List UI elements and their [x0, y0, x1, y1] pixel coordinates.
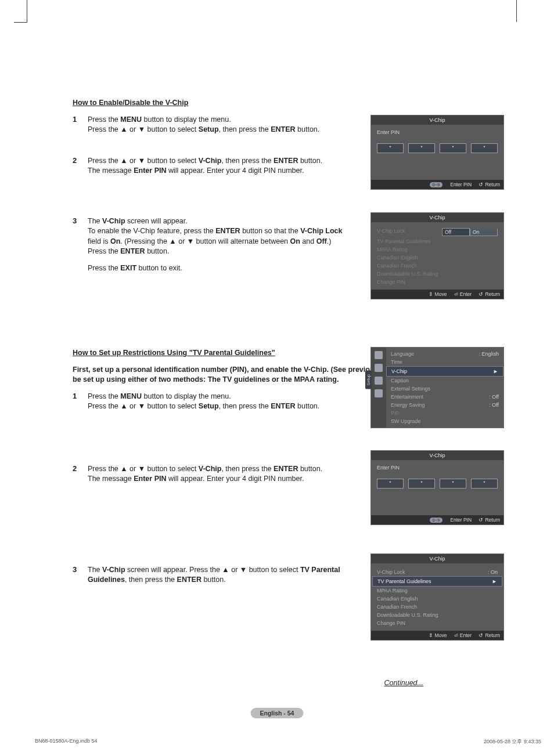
pin-box[interactable]: * — [408, 143, 435, 153]
footer-filename: BN68-01580A-Eng.indb 54 — [35, 738, 98, 744]
menu-row[interactable]: V-Chip LockOffOn — [377, 227, 498, 237]
menu-row[interactable]: Language: English — [391, 350, 499, 358]
pin-box[interactable]: * — [377, 143, 404, 153]
step-number: 1 — [73, 392, 88, 412]
step-body: The V-Chip screen will appear. Press the… — [88, 565, 357, 585]
page-badge: English - 54 — [251, 708, 304, 718]
step-number: 2 — [73, 156, 88, 176]
menu-row[interactable]: Canadian French — [377, 262, 498, 270]
enter-pin-label: Enter PIN — [377, 465, 498, 471]
menu-row[interactable]: Change PIN — [377, 278, 498, 286]
menu-row[interactable]: Canadian English — [377, 254, 498, 262]
menu-row[interactable]: V-Chip► — [386, 366, 503, 377]
key-0-9-badge: 0~9 — [430, 518, 443, 523]
step-body: Press the ▲ or ▼ button to select V-Chip… — [88, 156, 357, 176]
menu-icon — [375, 377, 383, 385]
menu-row[interactable]: PIP — [391, 409, 499, 417]
menu-row-label: TV Parental Guidelines — [377, 238, 431, 244]
menu-row-value: : English — [479, 351, 499, 357]
osd-footer: Move Enter Return — [371, 631, 503, 640]
menu-row[interactable]: Downloadable U.S. Rating — [377, 270, 498, 278]
instruction-step: 2Press the ▲ or ▼ button to select V-Chi… — [73, 156, 357, 176]
osd-enter-pin-2: V-Chip Enter PIN * * * * 0~9Enter PIN Re… — [370, 450, 504, 525]
osd-title: V-Chip — [371, 554, 503, 563]
page: How to Enable/Disable the V-Chip 1Press … — [0, 0, 554, 756]
menu-row-label: Change PIN — [377, 279, 405, 285]
menu-row-label: Downloadable U.S. Rating — [377, 271, 438, 277]
menu-row-label: Entertainment — [391, 394, 423, 400]
pin-row: * * * * — [377, 143, 498, 153]
enter-hint: Enter — [454, 632, 472, 638]
menu-row[interactable]: Canadian English — [377, 595, 498, 603]
menu-row-label: Time — [391, 359, 402, 365]
osd-footer: 0~9Enter PIN Return — [371, 515, 503, 525]
step-number: 2 — [73, 464, 88, 484]
move-hint: Move — [429, 632, 447, 638]
menu-row[interactable]: Caption — [391, 377, 499, 385]
pin-row: * * * * — [377, 479, 498, 489]
osd-enter-pin-1: V-Chip Enter PIN * * * * 0~9Enter PIN Re… — [370, 115, 504, 190]
menu-icon — [375, 351, 383, 359]
menu-row-label: V-Chip Lock — [377, 569, 405, 575]
menu-row-label: SW Upgrade — [391, 418, 421, 424]
menu-row-label: Canadian English — [377, 596, 418, 602]
menu-row[interactable]: Entertainment: Off — [391, 393, 499, 401]
menu-row-value: : Off — [489, 394, 499, 400]
menu-row-label: V-Chip — [391, 368, 407, 374]
pin-box[interactable]: * — [471, 479, 498, 489]
setup-icon-column — [371, 348, 386, 428]
pin-box[interactable]: * — [440, 143, 466, 153]
menu-row[interactable]: Canadian French — [377, 603, 498, 611]
osd-title: V-Chip — [371, 451, 503, 460]
instruction-step: 1Press the MENU button to display the me… — [73, 392, 357, 412]
menu-row[interactable]: External Settings — [391, 385, 499, 393]
pin-box[interactable]: * — [440, 479, 466, 489]
instruction-step: 3The V-Chip screen will appear.To enable… — [73, 216, 357, 273]
step-number: 1 — [73, 115, 88, 135]
footer-timestamp: 2008-05-28 오후 9:43:35 — [484, 738, 541, 746]
menu-row-label: Energy Saving — [391, 402, 425, 408]
osd-vchip-menu-2: V-Chip V-Chip Lock: OnTV Parental Guidel… — [370, 554, 504, 641]
return-hint: Return — [479, 291, 500, 297]
pin-box[interactable]: * — [408, 479, 435, 489]
step-body: Press the MENU button to display the men… — [88, 115, 357, 135]
osd-footer: 0~9Enter PIN Return — [371, 180, 503, 189]
return-hint: Return — [479, 182, 500, 187]
menu-row-label: PIP — [391, 410, 400, 416]
osd-vchip-menu-1: V-Chip V-Chip LockOffOnTV Parental Guide… — [370, 212, 504, 299]
step-body: Press the MENU button to display the men… — [88, 392, 357, 412]
dropdown[interactable]: OffOn — [442, 228, 498, 236]
osd-title: V-Chip — [371, 213, 503, 222]
dropdown-option[interactable]: Off — [442, 228, 470, 236]
menu-row[interactable]: Time — [391, 358, 499, 366]
menu-row[interactable]: Energy Saving: Off — [391, 401, 499, 409]
menu-row-label: Caption — [391, 378, 409, 384]
menu-row[interactable]: TV Parental Guidelines► — [372, 576, 502, 587]
chevron-right-icon: ► — [493, 368, 498, 374]
setup-tab-label: Setup — [365, 371, 372, 389]
pin-box[interactable]: * — [377, 479, 404, 489]
step-number: 3 — [73, 565, 88, 585]
step-number: 3 — [73, 216, 88, 273]
pin-box[interactable]: * — [471, 143, 498, 153]
step-body: Press the ▲ or ▼ button to select V-Chip… — [88, 464, 357, 484]
enter-pin-label: Enter PIN — [377, 129, 498, 135]
menu-row-label: MPAA Rating — [377, 588, 408, 594]
menu-row[interactable]: Change PIN — [377, 619, 498, 627]
menu-row[interactable]: V-Chip Lock: On — [377, 568, 498, 576]
menu-row-label: MPAA Rating — [377, 247, 408, 252]
menu-row[interactable]: MPAA Rating — [377, 245, 498, 254]
menu-icon — [375, 364, 383, 372]
continued-label: Continued... — [384, 679, 423, 687]
menu-row-label: V-Chip Lock — [377, 228, 405, 236]
menu-row[interactable]: TV Parental Guidelines — [377, 237, 498, 245]
menu-row[interactable]: MPAA Rating — [377, 587, 498, 595]
instruction-step: 1Press the MENU button to display the me… — [73, 115, 357, 135]
menu-row[interactable]: SW Upgrade — [391, 417, 499, 425]
menu-row-label: TV Parental Guidelines — [377, 578, 431, 584]
menu-row[interactable]: Downloadable U.S. Rating — [377, 611, 498, 619]
menu-icon — [375, 389, 383, 397]
osd-title: V-Chip — [371, 115, 503, 125]
instruction-step: 2Press the ▲ or ▼ button to select V-Chi… — [73, 464, 357, 484]
dropdown-option[interactable]: On — [470, 229, 498, 236]
